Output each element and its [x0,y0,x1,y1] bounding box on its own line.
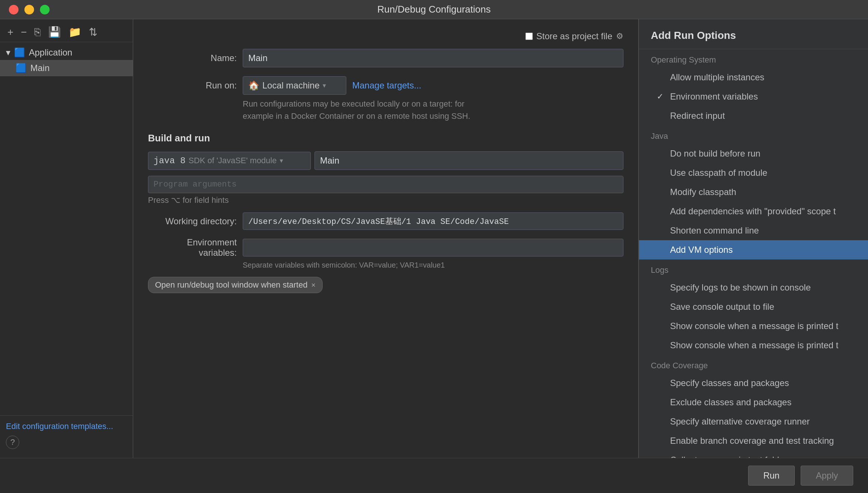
option-save-console[interactable]: Save console output to file [639,297,868,316]
sort-config-button[interactable]: ⇅ [87,25,99,39]
sidebar: + − ⎘ 💾 📁 ⇅ ▾ 🟦 Application 🟦 Main Edit [0,19,133,458]
run-on-hint: Run configurations may be executed local… [243,98,623,122]
java-sdk-detail: SDK of 'JavaSE' module [188,156,276,165]
option-label: Specify alternative coverage runner [670,416,810,427]
option-label: Redirect input [670,111,725,121]
help-button[interactable]: ? [6,436,19,449]
option-label: Environment variables [670,91,758,102]
option-label: Use classpath of module [670,168,767,178]
env-hint: Separate variables with semicolon: VAR=v… [243,261,623,269]
option-show-console-2[interactable]: Show console when a message is printed t [639,336,868,355]
apply-button[interactable]: Apply [801,466,853,486]
chevron-down-icon: ▾ [323,81,326,90]
field-hint: Press ⌥ for field hints [148,195,623,205]
sidebar-item-label: Main [30,63,50,73]
java-version-label: java 8 [154,156,185,166]
option-exclude-classes[interactable]: Exclude classes and packages [639,393,868,412]
option-shorten-command[interactable]: Shorten command line [639,221,868,240]
os-section: Operating System Allow multiple instance… [639,49,868,125]
minimize-button[interactable] [24,5,34,14]
option-alt-coverage[interactable]: Specify alternative coverage runner [639,412,868,431]
option-label: Shorten command line [670,225,759,236]
logs-section: Logs Specify logs to be shown in console… [639,259,868,355]
window-controls [9,5,50,14]
option-label: Modify classpath [670,187,736,197]
option-label: Show console when a message is printed t [670,321,838,331]
main-layout: + − ⎘ 💾 📁 ⇅ ▾ 🟦 Application 🟦 Main Edit [0,19,868,458]
java-sdk-dropdown[interactable]: java 8 SDK of 'JavaSE' module ▾ [148,152,311,170]
run-on-dropdown[interactable]: 🏠 Local machine ▾ [243,76,346,95]
code-coverage-label: Code Coverage [639,355,868,373]
option-label: Exclude classes and packages [670,397,791,408]
option-label: Allow multiple instances [670,72,764,83]
main-class-input[interactable] [314,151,623,170]
working-dir-input[interactable] [243,212,623,230]
remove-tag-button[interactable]: × [311,281,316,289]
option-label: Do not build before run [670,148,760,159]
remove-config-button[interactable]: − [19,26,28,39]
close-button[interactable] [9,5,18,14]
name-row: Name: [148,49,623,67]
sidebar-item-main[interactable]: 🟦 Main [0,60,133,76]
chevron-down-icon: ▾ [280,157,283,165]
sidebar-toolbar: + − ⎘ 💾 📁 ⇅ [0,22,133,42]
store-project-label[interactable]: Store as project file ⚙ [525,31,623,41]
option-show-console-1[interactable]: Show console when a message is printed t [639,316,868,336]
application-group-icon: 🟦 [14,47,25,58]
option-collect-coverage[interactable]: Collect coverage in test folders [639,450,868,458]
env-vars-input[interactable] [243,239,623,256]
store-project-checkbox[interactable] [525,33,533,40]
manage-targets-button[interactable]: Manage targets... [352,80,421,91]
build-run-section: Build and run java 8 SDK of 'JavaSE' mod… [148,133,623,205]
option-label: Collect coverage in test folders [670,455,791,458]
application-group: ▾ 🟦 Application 🟦 Main [0,45,133,76]
maximize-button[interactable] [40,5,50,14]
env-vars-row: Environment variables: [148,237,623,258]
option-specify-classes[interactable]: Specify classes and packages [639,373,868,393]
option-label: Enable branch coverage and test tracking [670,436,834,446]
edit-templates-button[interactable]: Edit configuration templates... [6,422,113,431]
build-run-title: Build and run [148,133,623,144]
option-no-build[interactable]: Do not build before run [639,144,868,163]
run-on-row: Run on: 🏠 Local machine ▾ Manage targets… [148,76,623,95]
java-section-label: Java [639,125,868,144]
copy-config-button[interactable]: ⎘ [33,26,42,39]
java-section: Java Do not build before run Use classpa… [639,125,868,259]
program-args-input[interactable] [148,176,623,193]
option-label: Add dependencies with "provided" scope t [670,206,836,217]
config-tree: ▾ 🟦 Application 🟦 Main [0,42,133,415]
application-group-header[interactable]: ▾ 🟦 Application [0,45,133,60]
sidebar-bottom: Edit configuration templates... ? [0,415,133,455]
option-add-vm[interactable]: Add VM options [639,240,868,259]
config-form: Store as project file ⚙ Name: Run on: 🏠 … [133,19,639,458]
window-title: Run/Debug Configurations [377,4,491,15]
option-specify-logs[interactable]: Specify logs to be shown in console [639,278,868,297]
folder-config-button[interactable]: 📁 [67,25,83,39]
open-run-tag: Open run/debug tool window when started … [148,277,323,293]
add-config-button[interactable]: + [6,26,15,39]
option-label: Show console when a message is printed t [670,340,838,351]
option-branch-coverage[interactable]: Enable branch coverage and test tracking [639,431,868,450]
checkmark-icon: ✓ [657,92,666,101]
java-sdk-row: java 8 SDK of 'JavaSE' module ▾ [148,151,623,170]
option-redirect-input[interactable]: Redirect input [639,106,868,125]
save-config-button[interactable]: 💾 [47,25,63,39]
run-button[interactable]: Run [748,466,795,486]
name-input[interactable] [243,49,623,67]
config-icon: 🟦 [16,63,27,73]
option-allow-multiple[interactable]: Allow multiple instances [639,68,868,87]
right-panel-title: Add Run Options [639,19,868,49]
working-dir-label: Working directory: [148,216,237,227]
option-modify-classpath[interactable]: Modify classpath [639,182,868,202]
local-machine-label: Local machine [262,80,320,91]
option-classpath-module[interactable]: Use classpath of module [639,163,868,182]
code-coverage-section: Code Coverage Specify classes and packag… [639,355,868,458]
open-run-tag-label: Open run/debug tool window when started [155,280,307,290]
option-env-vars[interactable]: ✓ Environment variables [639,87,868,106]
store-project-text: Store as project file [536,31,612,41]
gear-icon[interactable]: ⚙ [616,31,623,41]
option-add-dependencies[interactable]: Add dependencies with "provided" scope t [639,202,868,221]
option-label: Add VM options [670,245,733,255]
option-label: Save console output to file [670,302,774,312]
bottom-buttons-bar: Run Apply [0,458,868,493]
